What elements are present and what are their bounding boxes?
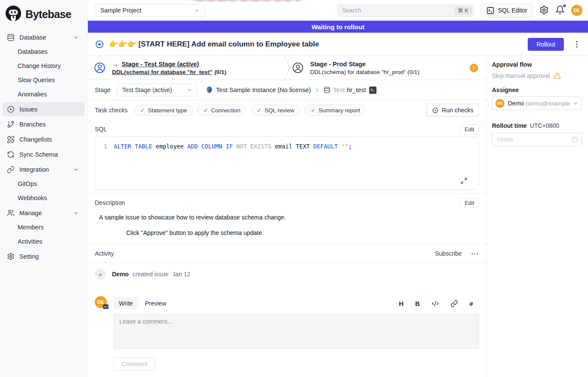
sidebar-item-setting[interactable]: Setting <box>3 249 85 263</box>
search-input[interactable] <box>338 7 454 14</box>
description-section-title: Description <box>95 199 125 206</box>
expand-icon[interactable] <box>460 177 467 184</box>
check-pill-statement-type[interactable]: ✓Statement type <box>134 105 193 116</box>
hash-button[interactable]: # <box>470 300 473 307</box>
chevron-down-icon <box>73 167 79 173</box>
settings-button[interactable] <box>539 5 550 15</box>
chevron-down-icon <box>572 100 579 107</box>
warning-triangle-icon <box>554 72 561 79</box>
editor-toolbar: H B # <box>399 300 479 307</box>
activity-more-button[interactable]: ··· <box>471 250 479 257</box>
task-checks-label: Task checks <box>95 107 128 114</box>
run-checks-icon <box>432 107 439 114</box>
plus-icon: + <box>95 269 106 280</box>
sidebar-item-webhooks[interactable]: Webhooks <box>3 191 85 205</box>
sql-edit-button[interactable]: Edit <box>460 124 479 134</box>
tab-preview[interactable]: Preview <box>140 297 171 309</box>
sidebar-item-issues[interactable]: Issues <box>3 102 85 116</box>
warning-circle-icon: ! <box>470 64 478 72</box>
stage-texts: Stage - Prod Stage DDL(schema) for datab… <box>310 61 419 75</box>
activity-divider <box>88 263 486 263</box>
sidebar-item-activities[interactable]: Activities <box>3 234 85 248</box>
comment-submit-button[interactable]: Comment <box>114 357 156 371</box>
issue-header: 👉👉👉 [START HERE] Add email column to Emp… <box>88 33 588 56</box>
database-breadcrumb: Test Sample Instance (No license) Test h… <box>205 86 376 94</box>
check-pill-sql-review[interactable]: ✓SQL review <box>251 105 300 116</box>
sql-editor-button[interactable]: SQL Editor <box>481 3 533 17</box>
heading-button[interactable]: H <box>399 300 404 307</box>
stage-title-link[interactable]: Stage - Test Stage (active) <box>122 61 199 68</box>
topbar: Sample Project ⌘ K SQL Editor DE <box>88 0 588 21</box>
sidebar-item-members[interactable]: Members <box>3 220 85 234</box>
stage-card-test[interactable]: →Stage - Test Stage (active) DDL(schema)… <box>88 56 284 80</box>
brand-name: Bytebase <box>25 8 71 21</box>
stage-task-count: (0/1) <box>215 69 227 75</box>
activity-action: created issue <box>133 271 168 278</box>
stage-separator-chevron <box>284 57 290 79</box>
check-pill-connection[interactable]: ✓Connection <box>197 105 246 116</box>
comment-input[interactable] <box>114 314 479 349</box>
sidebar-item-slow-queries[interactable]: Slow Queries <box>3 73 85 87</box>
sidebar-item-anomalies[interactable]: Anomalies <box>3 87 85 101</box>
sidebar-item-change-history[interactable]: Change History <box>3 59 85 73</box>
tab-write[interactable]: Write <box>114 297 138 309</box>
sidebar-item-integration[interactable]: Integration <box>3 162 85 176</box>
sidebar-item-gitops[interactable]: GitOps <box>3 176 85 191</box>
rollout-time-input[interactable] <box>492 133 582 146</box>
bold-button[interactable]: B <box>415 300 420 307</box>
sidebar-item-sync-schema[interactable]: Sync Schema <box>3 147 85 161</box>
assignee-title: Assignee <box>492 87 582 93</box>
sidebar-item-database[interactable]: Database <box>3 30 85 44</box>
sidebar-item-databases[interactable]: Databases <box>3 44 85 59</box>
sql-editor-label: SQL Editor <box>498 7 527 14</box>
postgresql-icon <box>205 86 213 94</box>
sql-code-block[interactable]: 1 ALTER TABLE employee ADD COLUMN IF NOT… <box>95 136 479 190</box>
instance-link[interactable]: Test Sample Instance (No license) <box>216 87 311 93</box>
open-sql-editor-icon[interactable] <box>369 87 376 94</box>
more-actions-button[interactable] <box>572 40 581 49</box>
sidebar-item-branches[interactable]: Branches <box>3 117 85 131</box>
code-button[interactable] <box>432 300 439 307</box>
stage-selector-bar: Stage Test Stage (active) Test Sample In… <box>88 80 486 100</box>
chevron-down-icon <box>73 210 79 216</box>
run-checks-button[interactable]: Run checks <box>426 104 479 117</box>
sql-section-title: SQL <box>95 126 107 133</box>
sidebar-item-manage[interactable]: Manage <box>3 206 85 220</box>
stage-task-link[interactable]: DDL(schema) for database "hr_test" <box>112 69 212 75</box>
assignee-email: (demo@example <box>526 100 572 107</box>
activity-title: Activity <box>95 250 435 257</box>
subscribe-button[interactable]: Subscribe <box>435 250 462 257</box>
terminal-icon <box>486 6 495 15</box>
brand-logo[interactable]: Bytebase <box>0 0 87 28</box>
project-selector-value: Sample Project <box>100 7 141 14</box>
bytebase-logo-icon <box>5 5 22 23</box>
stage-select[interactable]: Test Stage (active) <box>117 83 197 96</box>
check-pill-summary-report[interactable]: ✓Summary report <box>305 105 366 116</box>
task-checks-row: Task checks ✓Statement type ✓Connection … <box>88 100 486 120</box>
approval-flow-value: Skip manual approval <box>492 72 550 79</box>
link-button[interactable] <box>451 300 458 307</box>
comment-avatar: DE <box>95 296 107 308</box>
project-selector[interactable]: Sample Project <box>95 4 205 17</box>
chevron-down-icon <box>73 34 79 40</box>
assignee-select[interactable]: DE Demo (demo@example <box>492 96 582 110</box>
description-edit-button[interactable]: Edit <box>460 198 479 208</box>
sidebar-item-changelists[interactable]: Changelists <box>3 132 85 146</box>
user-avatar[interactable]: DE <box>571 5 582 16</box>
database-icon <box>324 87 330 93</box>
issue-status-icon <box>95 40 104 49</box>
notifications-button[interactable] <box>555 5 566 15</box>
issue-title: 👉👉👉 [START HERE] Add email column to Emp… <box>109 40 528 49</box>
stage-card-prod[interactable]: Stage - Prod Stage DDL(schema) for datab… <box>292 56 486 80</box>
environment-label: Test <box>333 87 345 93</box>
search-box[interactable]: ⌘ K <box>337 4 474 17</box>
activity-actor: Demo <box>112 271 129 278</box>
check-icon: ✓ <box>203 107 208 114</box>
database-link[interactable]: hr_test <box>347 87 366 93</box>
link-icon <box>7 166 15 173</box>
notification-dot <box>563 4 566 7</box>
sidebar-item-label: Database <box>19 34 46 41</box>
rollout-button[interactable]: Rollout <box>528 38 564 51</box>
comment-editor: DE Write Preview H B # Comment <box>95 296 479 371</box>
stage-select-value: Test Stage (active) <box>122 87 172 93</box>
